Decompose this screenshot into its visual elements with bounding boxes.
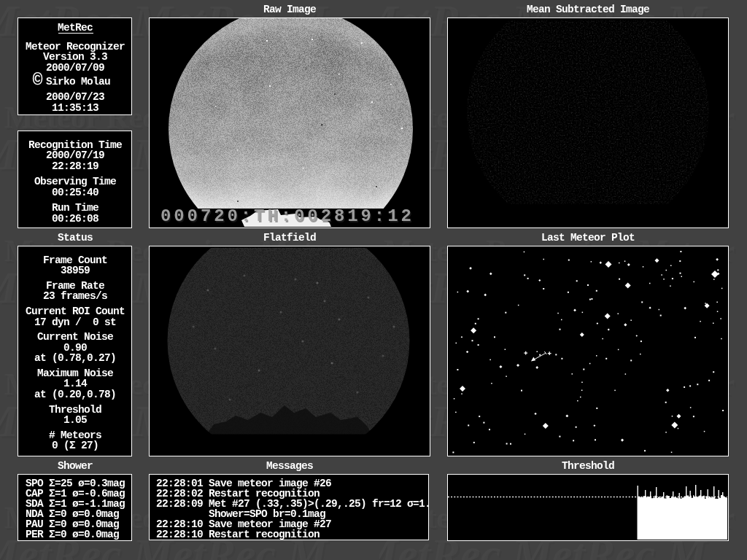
svg-text:000720:TH:002819:12: 000720:TH:002819:12 [160,206,414,226]
